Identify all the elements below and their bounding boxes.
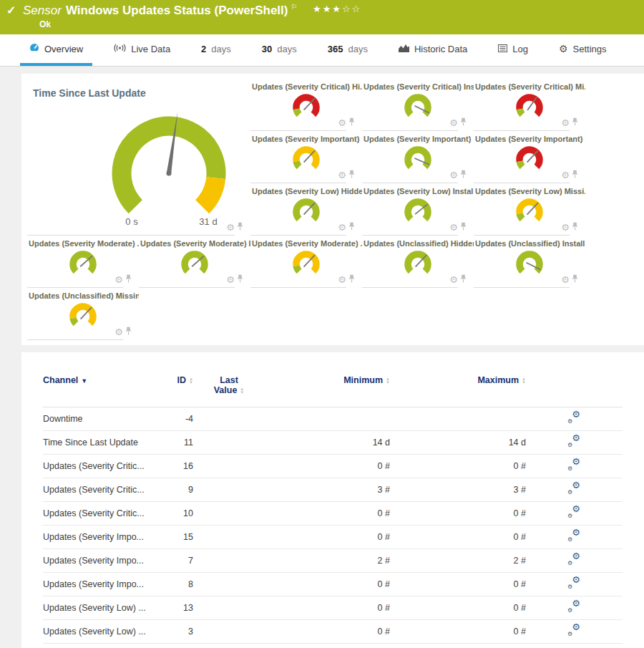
gauge-pin-icon[interactable] — [460, 116, 467, 129]
column-header-channel[interactable]: Channel▼ — [43, 371, 161, 407]
tab-historic-data[interactable]: Historic Data — [389, 34, 477, 66]
gauge-icon — [29, 43, 39, 55]
gauge-gear-icon[interactable]: ⚙ — [226, 223, 235, 232]
small-gauge-cell: Updates (Severity Moderate) ...⚙ — [250, 236, 362, 288]
channel-id-cell: 10 — [161, 502, 193, 526]
channel-settings-cell: ⚙⚙ — [526, 455, 623, 478]
gauge-pin-icon[interactable] — [348, 116, 355, 129]
gauge-gear-icon[interactable]: ⚙ — [338, 223, 346, 232]
tab-30-days[interactable]: 30days — [253, 34, 306, 66]
maximum-cell — [390, 407, 526, 431]
channel-row[interactable]: Updates (Severity Critic...93 #3 #⚙⚙ — [43, 478, 623, 502]
gauge-pin-icon[interactable] — [460, 221, 467, 233]
gauge-gear-icon[interactable]: ⚙ — [561, 275, 570, 284]
sort-icon: ▲▼ — [522, 377, 526, 385]
minimum-cell: 3 # — [265, 478, 390, 502]
gauge-gear-icon[interactable]: ⚙ — [561, 170, 570, 180]
small-gauge-cell: Updates (Severity Moderate) I...⚙ — [139, 236, 250, 288]
gauge-pin-icon[interactable] — [572, 116, 578, 129]
column-header-last-value[interactable]: LastValue▲▼ — [193, 371, 265, 407]
column-header-maximum[interactable]: Maximum▲▼ — [390, 371, 526, 407]
gauge-pin-icon[interactable] — [460, 168, 467, 181]
channel-row[interactable]: Downtime-4⚙⚙ — [43, 407, 623, 431]
channel-settings-icon[interactable]: ⚙⚙ — [568, 531, 580, 541]
channel-settings-icon[interactable]: ⚙⚙ — [568, 483, 580, 494]
last-value-cell — [193, 431, 265, 455]
gauge-gear-icon[interactable]: ⚙ — [338, 275, 346, 284]
gauge-pin-icon[interactable] — [348, 273, 355, 286]
gauge-gear-icon[interactable]: ⚙ — [449, 118, 458, 127]
gauge-pin-icon[interactable] — [237, 221, 243, 233]
column-header-settings — [526, 371, 623, 407]
channel-settings-icon[interactable]: ⚙⚙ — [568, 578, 580, 589]
maximum-cell: 0 # — [390, 455, 526, 478]
channel-settings-icon[interactable]: ⚙⚙ — [568, 436, 580, 447]
column-header-minimum[interactable]: Minimum▲▼ — [265, 371, 390, 407]
gauge-gear-icon[interactable]: ⚙ — [338, 170, 346, 180]
channel-settings-cell: ⚙⚙ — [526, 549, 623, 573]
channel-id-cell: 16 — [161, 455, 193, 478]
gauge-pin-icon[interactable] — [572, 168, 578, 181]
maximum-cell: 0 # — [390, 573, 526, 596]
gauge-gear-icon[interactable]: ⚙ — [114, 275, 123, 284]
gauge-pin-icon[interactable] — [125, 325, 132, 338]
channel-settings-icon[interactable]: ⚙⚙ — [568, 412, 580, 423]
channel-row[interactable]: Time Since Last Update1114 d14 d⚙⚙ — [43, 431, 623, 455]
channel-settings-icon[interactable]: ⚙⚙ — [568, 507, 580, 518]
small-gauge-cell: Updates (Unclassified) Missing⚙ — [27, 288, 139, 340]
channel-settings-icon[interactable]: ⚙⚙ — [568, 460, 580, 470]
gauge-pin-icon[interactable] — [125, 273, 132, 286]
gauge-gear-icon[interactable]: ⚙ — [449, 275, 458, 284]
small-gauge-cell: Updates (Severity Moderate) ...⚙ — [27, 236, 139, 288]
gauge-pin-icon[interactable] — [460, 273, 467, 286]
small-gauge — [286, 144, 326, 177]
tab-2-days[interactable]: 2days — [192, 34, 240, 66]
channel-row[interactable]: Updates (Severity Critic...160 #0 #⚙⚙ — [43, 455, 623, 478]
small-gauge — [175, 248, 215, 281]
sensor-title: Windows Updates Status (PowerShell) — [66, 4, 288, 17]
channel-name-cell: Updates (Severity Impo... — [43, 549, 161, 573]
column-header-id[interactable]: ID▲▼ — [161, 371, 193, 407]
gauge-pin-icon[interactable] — [572, 273, 578, 286]
small-gauge-cell: Updates (Severity Critical) Ins...⚙ — [362, 79, 474, 131]
channel-row[interactable]: Updates (Severity Impo...150 #0 #⚙⚙ — [43, 526, 623, 549]
gauge-pin-icon[interactable] — [237, 273, 243, 286]
channel-settings-icon[interactable]: ⚙⚙ — [568, 554, 580, 565]
channel-name-cell: Updates (Severity Low) ... — [43, 596, 161, 620]
channel-row[interactable]: Updates (Severity Low) ...30 #0 #⚙⚙ — [43, 620, 623, 644]
channel-settings-cell: ⚙⚙ — [526, 407, 623, 431]
priority-star-rating[interactable]: ★★★☆☆ — [313, 4, 361, 14]
channel-row[interactable]: Updates (Severity Low) ...130 #0 #⚙⚙ — [43, 596, 623, 620]
channel-settings-icon[interactable]: ⚙⚙ — [568, 625, 580, 636]
gauge-min-label: 0 s — [125, 216, 138, 227]
small-gauge-label: Updates (Severity Low) Install... — [362, 183, 474, 195]
gauge-pin-icon[interactable] — [348, 221, 355, 233]
small-gauge-cell: Updates (Severity Important) ...⚙ — [250, 131, 362, 183]
tab-log[interactable]: Log — [489, 34, 537, 66]
channel-row[interactable]: Updates (Severity Impo...80 #0 #⚙⚙ — [43, 573, 623, 596]
minimum-cell: 14 d — [265, 431, 390, 455]
channel-row[interactable]: Updates (Severity Impo...72 #2 #⚙⚙ — [43, 549, 623, 573]
small-gauge-label: Updates (Severity Moderate) ... — [250, 236, 362, 248]
tab-365-days[interactable]: 365days — [318, 34, 377, 66]
tab-settings[interactable]: ⚙Settings — [550, 34, 616, 66]
gauge-gear-icon[interactable]: ⚙ — [338, 118, 346, 127]
channel-settings-cell: ⚙⚙ — [526, 502, 623, 526]
gauge-gear-icon[interactable]: ⚙ — [561, 223, 570, 232]
channel-id-cell: 3 — [161, 620, 193, 644]
priority-flag-icon[interactable]: ⚐ — [291, 3, 297, 11]
gauge-gear-icon[interactable]: ⚙ — [561, 118, 570, 127]
channel-settings-icon[interactable]: ⚙⚙ — [568, 601, 580, 612]
tab-live-data[interactable]: Live Data — [104, 34, 180, 66]
last-value-cell — [193, 502, 265, 526]
gauge-gear-icon[interactable]: ⚙ — [226, 275, 235, 284]
channel-name-cell: Updates (Severity Impo... — [43, 526, 161, 549]
tab-overview[interactable]: Overview — [20, 34, 92, 66]
channel-row[interactable]: Updates (Severity Critic...100 #0 #⚙⚙ — [43, 502, 623, 526]
gauge-gear-icon[interactable]: ⚙ — [449, 223, 458, 232]
gauge-pin-icon[interactable] — [572, 221, 578, 233]
channel-name-cell: Updates (Severity Critic... — [43, 455, 161, 478]
gauge-pin-icon[interactable] — [348, 168, 355, 181]
gauge-gear-icon[interactable]: ⚙ — [449, 170, 458, 180]
gauge-gear-icon[interactable]: ⚙ — [114, 327, 123, 337]
